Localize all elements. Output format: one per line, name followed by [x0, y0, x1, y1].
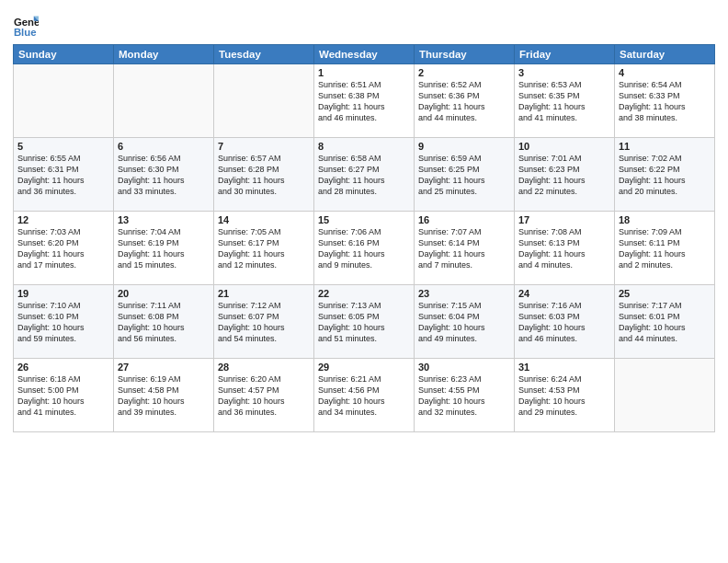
- day-number: 31: [518, 362, 610, 373]
- day-info: Sunrise: 6:53 AM Sunset: 6:35 PM Dayligh…: [518, 79, 610, 124]
- day-info: Sunrise: 7:02 AM Sunset: 6:22 PM Dayligh…: [619, 153, 711, 198]
- day-info: Sunrise: 7:03 AM Sunset: 6:20 PM Dayligh…: [17, 226, 109, 271]
- day-info: Sunrise: 7:17 AM Sunset: 6:01 PM Dayligh…: [619, 300, 711, 345]
- day-number: 10: [518, 141, 610, 152]
- day-info: Sunrise: 6:57 AM Sunset: 6:28 PM Dayligh…: [218, 153, 310, 198]
- day-info: Sunrise: 6:23 AM Sunset: 4:55 PM Dayligh…: [418, 373, 510, 419]
- calendar-cell: 1Sunrise: 6:51 AM Sunset: 6:38 PM Daylig…: [314, 64, 415, 138]
- calendar-week-0: 1Sunrise: 6:51 AM Sunset: 6:38 PM Daylig…: [14, 64, 715, 138]
- calendar-cell: 2Sunrise: 6:52 AM Sunset: 6:36 PM Daylig…: [415, 64, 515, 138]
- day-info: Sunrise: 6:24 AM Sunset: 4:53 PM Dayligh…: [518, 373, 610, 419]
- calendar-cell: 18Sunrise: 7:09 AM Sunset: 6:11 PM Dayli…: [615, 212, 715, 285]
- calendar-cell: 22Sunrise: 7:13 AM Sunset: 6:05 PM Dayli…: [314, 285, 415, 359]
- day-info: Sunrise: 7:08 AM Sunset: 6:13 PM Dayligh…: [518, 226, 610, 271]
- calendar-cell: 25Sunrise: 7:17 AM Sunset: 6:01 PM Dayli…: [615, 285, 715, 359]
- calendar-cell: [14, 64, 114, 138]
- day-number: 7: [218, 141, 310, 152]
- calendar-header-sunday: Sunday: [14, 45, 114, 64]
- day-info: Sunrise: 6:18 AM Sunset: 5:00 PM Dayligh…: [17, 373, 109, 419]
- calendar-cell: [615, 359, 715, 432]
- day-number: 20: [118, 288, 210, 299]
- day-number: 4: [619, 67, 711, 78]
- calendar-week-1: 5Sunrise: 6:55 AM Sunset: 6:31 PM Daylig…: [14, 138, 715, 212]
- day-number: 22: [318, 288, 410, 299]
- day-info: Sunrise: 7:11 AM Sunset: 6:08 PM Dayligh…: [118, 300, 210, 345]
- day-info: Sunrise: 7:09 AM Sunset: 6:11 PM Dayligh…: [619, 226, 711, 271]
- calendar-header-wednesday: Wednesday: [314, 45, 415, 64]
- day-info: Sunrise: 7:05 AM Sunset: 6:17 PM Dayligh…: [218, 226, 310, 271]
- calendar-cell: 4Sunrise: 6:54 AM Sunset: 6:33 PM Daylig…: [615, 64, 715, 138]
- calendar-cell: 10Sunrise: 7:01 AM Sunset: 6:23 PM Dayli…: [515, 138, 615, 212]
- calendar-cell: 21Sunrise: 7:12 AM Sunset: 6:07 PM Dayli…: [214, 285, 314, 359]
- day-info: Sunrise: 7:16 AM Sunset: 6:03 PM Dayligh…: [518, 300, 610, 345]
- svg-text:Blue: Blue: [14, 27, 37, 38]
- calendar-week-2: 12Sunrise: 7:03 AM Sunset: 6:20 PM Dayli…: [14, 212, 715, 285]
- logo: General Blue: [13, 13, 42, 39]
- day-info: Sunrise: 7:07 AM Sunset: 6:14 PM Dayligh…: [418, 226, 510, 271]
- calendar-cell: 24Sunrise: 7:16 AM Sunset: 6:03 PM Dayli…: [515, 285, 615, 359]
- day-number: 2: [418, 67, 510, 78]
- header: General Blue: [13, 9, 715, 39]
- calendar-cell: 17Sunrise: 7:08 AM Sunset: 6:13 PM Dayli…: [515, 212, 615, 285]
- day-info: Sunrise: 6:21 AM Sunset: 4:56 PM Dayligh…: [318, 373, 410, 419]
- day-number: 5: [17, 141, 109, 152]
- day-number: 24: [518, 288, 610, 299]
- day-info: Sunrise: 7:01 AM Sunset: 6:23 PM Dayligh…: [518, 153, 610, 198]
- day-info: Sunrise: 7:13 AM Sunset: 6:05 PM Dayligh…: [318, 300, 410, 345]
- calendar-cell: 16Sunrise: 7:07 AM Sunset: 6:14 PM Dayli…: [415, 212, 515, 285]
- day-info: Sunrise: 7:12 AM Sunset: 6:07 PM Dayligh…: [218, 300, 310, 345]
- calendar-header-row: SundayMondayTuesdayWednesdayThursdayFrid…: [14, 45, 715, 64]
- day-number: 14: [218, 214, 310, 225]
- day-number: 29: [318, 362, 410, 373]
- calendar-cell: 30Sunrise: 6:23 AM Sunset: 4:55 PM Dayli…: [415, 359, 515, 432]
- calendar-cell: 23Sunrise: 7:15 AM Sunset: 6:04 PM Dayli…: [415, 285, 515, 359]
- day-number: 13: [118, 214, 210, 225]
- day-number: 15: [318, 214, 410, 225]
- calendar-cell: 8Sunrise: 6:58 AM Sunset: 6:27 PM Daylig…: [314, 138, 415, 212]
- day-info: Sunrise: 6:52 AM Sunset: 6:36 PM Dayligh…: [418, 79, 510, 124]
- calendar-cell: 28Sunrise: 6:20 AM Sunset: 4:57 PM Dayli…: [214, 359, 314, 432]
- calendar-week-3: 19Sunrise: 7:10 AM Sunset: 6:10 PM Dayli…: [14, 285, 715, 359]
- calendar-cell: 27Sunrise: 6:19 AM Sunset: 4:58 PM Dayli…: [114, 359, 214, 432]
- calendar-cell: [214, 64, 314, 138]
- calendar-cell: 11Sunrise: 7:02 AM Sunset: 6:22 PM Dayli…: [615, 138, 715, 212]
- day-info: Sunrise: 6:55 AM Sunset: 6:31 PM Dayligh…: [17, 153, 109, 198]
- day-info: Sunrise: 7:15 AM Sunset: 6:04 PM Dayligh…: [418, 300, 510, 345]
- day-info: Sunrise: 6:59 AM Sunset: 6:25 PM Dayligh…: [418, 153, 510, 198]
- day-info: Sunrise: 7:04 AM Sunset: 6:19 PM Dayligh…: [118, 226, 210, 271]
- day-info: Sunrise: 7:10 AM Sunset: 6:10 PM Dayligh…: [17, 300, 109, 345]
- day-number: 23: [418, 288, 510, 299]
- calendar-cell: 13Sunrise: 7:04 AM Sunset: 6:19 PM Dayli…: [114, 212, 214, 285]
- day-info: Sunrise: 6:19 AM Sunset: 4:58 PM Dayligh…: [118, 373, 210, 419]
- day-number: 6: [118, 141, 210, 152]
- calendar-cell: 19Sunrise: 7:10 AM Sunset: 6:10 PM Dayli…: [14, 285, 114, 359]
- day-number: 16: [418, 214, 510, 225]
- day-number: 28: [218, 362, 310, 373]
- calendar-header-tuesday: Tuesday: [214, 45, 314, 64]
- day-info: Sunrise: 6:58 AM Sunset: 6:27 PM Dayligh…: [318, 153, 410, 198]
- day-number: 9: [418, 141, 510, 152]
- day-number: 1: [318, 67, 410, 78]
- calendar-cell: 26Sunrise: 6:18 AM Sunset: 5:00 PM Dayli…: [14, 359, 114, 432]
- day-number: 3: [518, 67, 610, 78]
- day-info: Sunrise: 7:06 AM Sunset: 6:16 PM Dayligh…: [318, 226, 410, 271]
- calendar-cell: 6Sunrise: 6:56 AM Sunset: 6:30 PM Daylig…: [114, 138, 214, 212]
- calendar-header-saturday: Saturday: [615, 45, 715, 64]
- calendar-cell: [114, 64, 214, 138]
- day-number: 18: [619, 214, 711, 225]
- day-number: 30: [418, 362, 510, 373]
- calendar-cell: 12Sunrise: 7:03 AM Sunset: 6:20 PM Dayli…: [14, 212, 114, 285]
- calendar-cell: 3Sunrise: 6:53 AM Sunset: 6:35 PM Daylig…: [515, 64, 615, 138]
- page-container: General Blue SundayMondayTuesdayWednesda…: [0, 0, 728, 440]
- day-number: 26: [17, 362, 109, 373]
- day-info: Sunrise: 6:51 AM Sunset: 6:38 PM Dayligh…: [318, 79, 410, 124]
- day-number: 11: [619, 141, 711, 152]
- day-info: Sunrise: 6:20 AM Sunset: 4:57 PM Dayligh…: [218, 373, 310, 419]
- calendar-cell: 15Sunrise: 7:06 AM Sunset: 6:16 PM Dayli…: [314, 212, 415, 285]
- day-number: 8: [318, 141, 410, 152]
- calendar-header-monday: Monday: [114, 45, 214, 64]
- calendar-cell: 14Sunrise: 7:05 AM Sunset: 6:17 PM Dayli…: [214, 212, 314, 285]
- calendar-table: SundayMondayTuesdayWednesdayThursdayFrid…: [13, 44, 715, 432]
- day-number: 27: [118, 362, 210, 373]
- day-info: Sunrise: 6:56 AM Sunset: 6:30 PM Dayligh…: [118, 153, 210, 198]
